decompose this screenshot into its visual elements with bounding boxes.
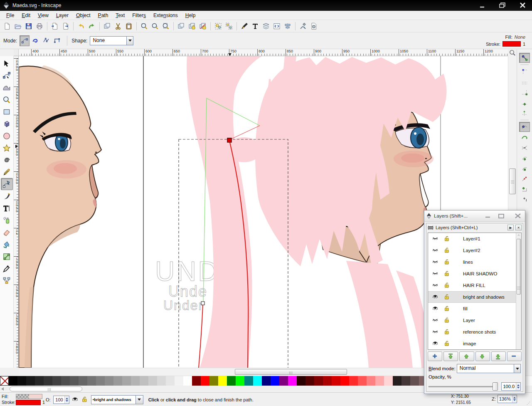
add-layer-button[interactable] [428, 352, 442, 361]
open-button[interactable] [12, 21, 23, 32]
bezier-tool-button[interactable] [1, 178, 13, 190]
menu-path[interactable]: Path [94, 12, 112, 19]
layer-lock-icon[interactable] [81, 396, 89, 403]
snap-object-centers-button[interactable] [519, 184, 530, 194]
layer-combo-dropdown[interactable] [136, 395, 143, 404]
start-node-handle[interactable] [201, 302, 204, 305]
blend-dropdown-button[interactable] [514, 364, 521, 373]
vertical-ruler[interactable]: 2300225022002150210020502k19501900185018… [14, 56, 19, 368]
menu-file[interactable]: File [2, 12, 18, 19]
palette-swatch[interactable] [131, 376, 140, 386]
layer-visibility-icon[interactable] [72, 396, 79, 403]
text-tool-button[interactable] [1, 202, 13, 214]
palette-swatch[interactable] [375, 376, 384, 386]
tweak-tool-button[interactable] [1, 82, 13, 94]
palette-swatch[interactable] [52, 376, 61, 386]
lower-to-bottom-button[interactable] [491, 352, 506, 361]
layer-row[interactable]: fill [428, 303, 521, 314]
layers-list-scrollbar[interactable]: ——— [516, 233, 521, 349]
snap-bbox-midpoints-button[interactable] [519, 98, 530, 108]
copy-button[interactable] [102, 21, 113, 32]
menu-layer[interactable]: Layer [52, 12, 72, 19]
duplicate-button[interactable] [176, 21, 187, 32]
palette-swatch[interactable] [201, 376, 209, 386]
rectangle-tool-button[interactable] [1, 106, 13, 118]
align-dialog-button[interactable] [282, 21, 293, 32]
eye-closed-icon[interactable] [432, 259, 439, 265]
spiro-mode-button[interactable] [30, 35, 40, 46]
palette-swatch-none[interactable] [0, 376, 9, 386]
palette-swatch[interactable] [192, 376, 201, 386]
resize-grip[interactable]: ⋰ [527, 401, 531, 405]
box-3d-tool-button[interactable] [1, 118, 13, 130]
palette-swatch[interactable] [227, 376, 236, 386]
scroll-up-icon[interactable] [517, 234, 520, 236]
menu-view[interactable]: View [34, 12, 52, 19]
zoom-page-button[interactable] [160, 21, 171, 32]
lock-open-icon[interactable] [444, 247, 451, 254]
layer-row[interactable]: HAIR FILL [428, 280, 521, 291]
palette-swatch[interactable] [61, 376, 70, 386]
menu-text[interactable]: Text [112, 12, 128, 19]
redo-button[interactable] [86, 21, 97, 32]
palette-swatch[interactable] [183, 376, 192, 386]
fill-stroke-status[interactable]: Fill: Stroke: 1 [2, 394, 45, 405]
zigzag-mode-button[interactable] [41, 35, 51, 46]
lock-open-icon[interactable] [444, 270, 451, 277]
menu-edit[interactable]: Edit [18, 12, 34, 19]
eye-closed-icon[interactable] [432, 282, 439, 289]
eye-open-icon[interactable] [432, 294, 439, 300]
layer-row[interactable]: bright and shadows [428, 291, 521, 303]
status-fill-swatch[interactable] [16, 394, 42, 399]
layer-row[interactable]: HAIR SHADWO [428, 268, 521, 280]
palette-swatch[interactable] [218, 376, 227, 386]
palette-scroll-left-icon[interactable] [1, 387, 4, 391]
menu-help[interactable]: Help [182, 12, 200, 19]
snap-midpoints-button[interactable] [519, 174, 530, 184]
palette-swatch[interactable] [288, 376, 297, 386]
palette-swatch[interactable] [262, 376, 271, 386]
palette-swatch[interactable] [305, 376, 314, 386]
opacity-panel-spinbox[interactable]: 100.0 [501, 382, 521, 391]
spray-tool-button[interactable] [1, 214, 13, 226]
minimize-button[interactable] [475, 1, 490, 10]
palette-swatch[interactable] [236, 376, 244, 386]
print-button[interactable] [34, 21, 45, 32]
lock-open-icon[interactable] [444, 340, 451, 347]
node-editor-tool-button[interactable] [1, 69, 13, 82]
palette-swatch[interactable] [349, 376, 358, 386]
raise-to-top-button[interactable] [443, 352, 458, 361]
layers-dialog-button[interactable] [261, 21, 271, 32]
eye-closed-icon[interactable] [432, 247, 439, 254]
snap-smooth-nodes-button[interactable] [519, 163, 530, 173]
palette-swatch[interactable] [70, 376, 79, 386]
pencil-tool-button[interactable] [1, 166, 13, 178]
lock-open-icon[interactable] [444, 329, 451, 335]
snap-enable-button[interactable] [519, 53, 530, 63]
snap-paths-button[interactable] [519, 132, 530, 142]
snap-cusp-nodes-button[interactable] [519, 153, 530, 163]
lock-open-icon[interactable] [444, 294, 451, 300]
lock-open-icon[interactable] [444, 317, 451, 324]
layers-scrollbar-thumb[interactable]: ——— [517, 239, 521, 295]
vertical-scrollbar-thumb[interactable]: ——— [509, 168, 516, 194]
layer-row[interactable]: Layer#2 [428, 245, 521, 256]
eye-open-icon[interactable] [432, 340, 439, 347]
horizontal-ruler[interactable]: 4004505005506006507007508008509009501000… [19, 49, 508, 56]
eye-closed-icon[interactable] [432, 317, 439, 324]
panel-menu-button[interactable]: ▶ [507, 225, 514, 230]
snap-bbox-edges-button[interactable] [519, 77, 530, 87]
new-button[interactable] [2, 21, 12, 32]
menu-extensions[interactable]: Extensions [150, 12, 182, 19]
palette-scrollbar-track[interactable]: ||| [10, 386, 82, 391]
star-tool-button[interactable] [1, 142, 13, 154]
status-stroke-swatch[interactable] [16, 400, 41, 405]
panel-close-button[interactable]: ✕ [515, 225, 522, 230]
palette-swatch[interactable] [323, 376, 332, 386]
layers-close-button[interactable] [512, 212, 523, 220]
cut-button[interactable] [113, 21, 123, 32]
snap-intersections-button[interactable] [519, 143, 530, 153]
palette-swatch[interactable] [122, 376, 131, 386]
dropper-tool-button[interactable] [1, 262, 13, 275]
blend-mode-combo[interactable]: Normal [457, 364, 521, 373]
